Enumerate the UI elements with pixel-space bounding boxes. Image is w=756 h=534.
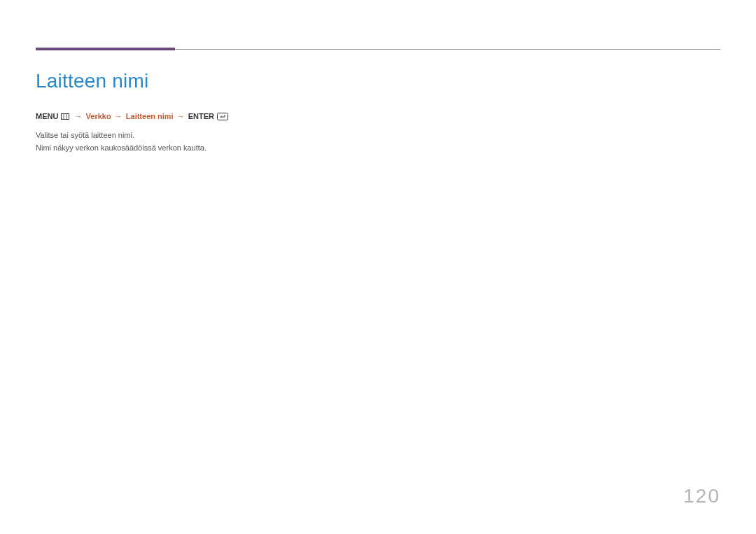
enter-icon [217,112,228,125]
menu-path-breadcrumb: MENU → Verkko → Laitteen nimi → ENTER [36,111,720,125]
arrow-icon: → [75,112,83,120]
menu-icon [61,111,69,124]
arrow-icon: → [177,112,185,120]
enter-label: ENTER [188,112,214,120]
breadcrumb-laitteen-nimi: Laitteen nimi [126,112,174,120]
svg-rect-0 [62,114,69,120]
breadcrumb-verkko: Verkko [86,112,111,120]
page-number: 120 [683,485,720,507]
page-content: Laitteen nimi MENU → Verkko → Laitteen n… [36,70,720,155]
body-line-2: Nimi näkyy verkon kaukosäädöissä verkon … [36,141,720,155]
section-title: Laitteen nimi [36,70,720,92]
header-accent-bar [36,48,175,50]
menu-label: MENU [36,112,58,120]
body-line-1: Valitse tai syötä laitteen nimi. [36,129,720,142]
arrow-icon: → [115,112,122,120]
